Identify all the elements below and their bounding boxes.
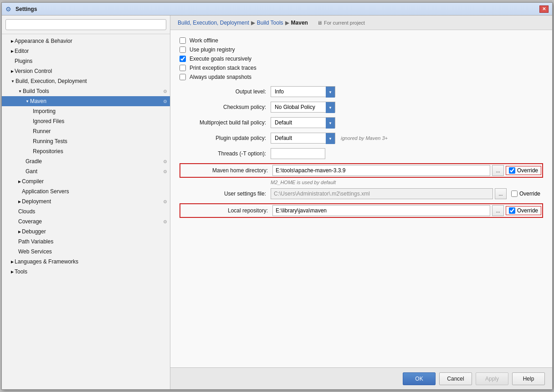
plugin-update-policy-value: Default [271, 133, 326, 143]
multiproject-policy-control: Default ▼ [271, 117, 543, 128]
local-repo-override-checkbox[interactable] [509, 207, 515, 214]
sidebar-item-appearance[interactable]: ▶ Appearance & Behavior [2, 36, 170, 46]
checksum-policy-row: Checksum policy: No Global Policy ▼ [180, 101, 543, 113]
deployment-row: Deployment ⚙ [22, 198, 170, 205]
dropdown-arrow: ▼ [326, 133, 335, 144]
project-icon: 🖥 [317, 20, 322, 26]
gradle-row: Gradle ⚙ [26, 158, 170, 165]
local-repo-browse[interactable]: ... [492, 205, 504, 216]
local-repo-override-container: Override [506, 206, 541, 215]
ok-button[interactable]: OK [403, 372, 436, 385]
dropdown-arrow: ▼ [326, 87, 335, 98]
expand-icon: ▶ [18, 200, 21, 204]
config-icon: ⚙ [163, 219, 167, 224]
multiproject-policy-label: Multiproject build fail policy: [180, 119, 271, 126]
sidebar-item-runner[interactable]: Runner [2, 126, 170, 136]
use-plugin-registry-checkbox[interactable] [180, 46, 186, 53]
sidebar-item-gradle[interactable]: Gradle ⚙ [2, 156, 170, 166]
apply-button[interactable]: Apply [476, 372, 508, 385]
config-icon: ⚙ [163, 159, 167, 164]
sidebar-item-deployment[interactable]: ▶ Deployment ⚙ [2, 196, 170, 206]
local-repo-input[interactable] [272, 205, 490, 216]
main-panel: Build, Execution, Deployment ▶ Build Too… [170, 15, 552, 389]
breadcrumb-sep-2: ▶ [285, 20, 289, 26]
settings-window: ⚙ Settings ✕ ▶ Appearance & Behavior ▶ E… [1, 2, 553, 390]
threads-input[interactable] [271, 148, 325, 159]
user-settings-browse[interactable]: ... [495, 188, 507, 199]
sidebar-item-version-control[interactable]: ▶ Version Control [2, 66, 170, 76]
use-plugin-registry-label[interactable]: Use plugin registry [190, 46, 235, 53]
expand-icon: ▶ [11, 260, 14, 264]
user-settings-input[interactable] [271, 188, 493, 199]
sidebar-item-clouds[interactable]: Clouds [2, 206, 170, 217]
output-level-label: Output level: [180, 88, 271, 95]
breadcrumb-link-1[interactable]: Build Tools [257, 20, 283, 26]
sidebar-item-build-exec-deploy[interactable]: ▼ Build, Execution, Deployment [2, 76, 170, 86]
sidebar-item-compiler[interactable]: ▶ Compiler [2, 176, 170, 186]
maven-home-label: Maven home directory: [181, 167, 272, 174]
always-update-snapshots-label[interactable]: Always update snapshots [190, 74, 251, 80]
expand-icon: ▶ [11, 270, 14, 274]
sidebar-item-debugger[interactable]: ▶ Debugger [2, 227, 170, 237]
sidebar-item-repositories[interactable]: Repositories [2, 146, 170, 156]
local-repo-override-label[interactable]: Override [517, 207, 538, 214]
sidebar-item-running-tests[interactable]: Running Tests [2, 136, 170, 146]
expand-icon: ▼ [26, 99, 29, 103]
plugin-update-policy-control: Default ▼ ignored by Maven 3+ [271, 133, 543, 144]
cancel-button[interactable]: Cancel [439, 372, 472, 385]
checksum-policy-control: No Global Policy ▼ [271, 102, 543, 113]
sidebar-item-ignored-files[interactable]: Ignored Files [2, 116, 170, 126]
config-icon: ⚙ [163, 199, 167, 204]
sidebar-item-build-tools[interactable]: ▼ Build Tools ⚙ [2, 86, 170, 96]
app-icon: ⚙ [5, 5, 13, 13]
close-button[interactable]: ✕ [539, 5, 549, 13]
work-offline-label[interactable]: Work offline [190, 37, 218, 44]
multiproject-policy-dropdown[interactable]: Default ▼ [271, 117, 335, 128]
sidebar-item-editor[interactable]: ▶ Editor [2, 46, 170, 56]
maven-home-override-checkbox[interactable] [509, 167, 515, 174]
output-level-dropdown[interactable]: Info ▼ [271, 86, 335, 97]
maven-home-control: ... Override [272, 165, 541, 176]
sidebar-item-path-variables[interactable]: Path Variables [2, 237, 170, 247]
maven-home-override-label[interactable]: Override [517, 167, 538, 174]
sidebar-item-maven[interactable]: ▼ Maven ⚙ [2, 96, 170, 106]
dropdown-arrow: ▼ [326, 118, 335, 129]
expand-icon: ▼ [11, 79, 15, 83]
sidebar-item-web-services[interactable]: Web Services [2, 247, 170, 257]
sidebar-item-application-servers[interactable]: ▶ Application Servers [2, 186, 170, 196]
always-update-snapshots-checkbox[interactable] [180, 74, 186, 80]
search-input[interactable] [5, 19, 166, 30]
sidebar-item-importing[interactable]: Importing [2, 106, 170, 116]
plugin-update-note: ignored by Maven 3+ [341, 135, 388, 141]
print-exception-checkbox[interactable] [180, 65, 186, 71]
plugin-update-policy-label: Plugin update policy: [180, 135, 271, 141]
work-offline-row: Work offline [180, 37, 543, 44]
user-settings-label: User settings file: [180, 191, 271, 197]
breadcrumb-link-0[interactable]: Build, Execution, Deployment [178, 20, 249, 26]
execute-goals-recursively-checkbox[interactable] [180, 56, 186, 62]
plugin-update-policy-dropdown[interactable]: Default ▼ [271, 133, 335, 144]
checksum-policy-dropdown[interactable]: No Global Policy ▼ [271, 102, 335, 113]
output-level-row: Output level: Info ▼ [180, 86, 543, 98]
sidebar-item-gant[interactable]: Gant ⚙ [2, 166, 170, 176]
local-repo-label: Local repository: [181, 207, 272, 214]
project-label: For current project [324, 20, 365, 26]
multiproject-policy-row: Multiproject build fail policy: Default … [180, 117, 543, 129]
print-exception-label[interactable]: Print exception stack traces [190, 65, 256, 71]
execute-goals-recursively-row: Execute goals recursively [180, 56, 543, 62]
sidebar-item-languages-frameworks[interactable]: ▶ Languages & Frameworks [2, 257, 170, 267]
sidebar-item-coverage[interactable]: Coverage ⚙ [2, 217, 170, 227]
sidebar-item-tools[interactable]: ▶ Tools [2, 267, 170, 277]
user-settings-override-label[interactable]: Override [519, 191, 540, 197]
maven-home-browse[interactable]: ... [492, 165, 504, 176]
execute-goals-recursively-label[interactable]: Execute goals recursively [190, 56, 251, 62]
help-button[interactable]: Help [512, 372, 545, 385]
output-level-control: Info ▼ [271, 86, 543, 97]
breadcrumb: Build, Execution, Deployment ▶ Build Too… [170, 15, 552, 30]
main-content: ▶ Appearance & Behavior ▶ Editor ▶ Plugi… [2, 15, 552, 389]
user-settings-override-checkbox[interactable] [511, 191, 518, 197]
work-offline-checkbox[interactable] [180, 37, 186, 44]
bottom-bar: OK Cancel Apply Help [170, 367, 552, 389]
sidebar-item-plugins[interactable]: ▶ Plugins [2, 56, 170, 66]
maven-home-input[interactable] [272, 165, 490, 176]
